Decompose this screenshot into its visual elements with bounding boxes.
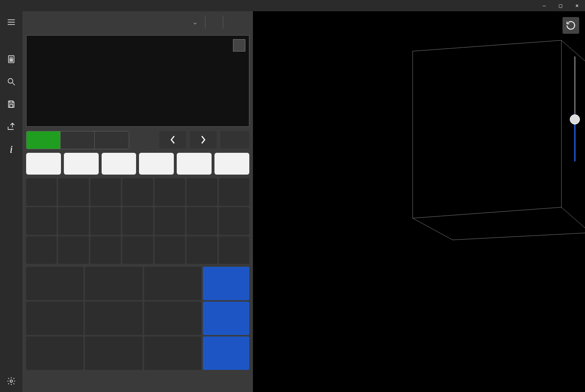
sigma-key[interactable] — [26, 207, 57, 235]
u-key[interactable] — [155, 236, 185, 264]
v-key[interactable] — [187, 236, 217, 264]
num-1[interactable] — [26, 336, 83, 370]
numeric-pad — [26, 267, 249, 370]
t-key[interactable] — [219, 236, 249, 264]
rotate-button[interactable] — [562, 17, 579, 34]
function-keys — [26, 178, 249, 264]
prev-button[interactable] — [159, 131, 186, 148]
svg-point-6 — [11, 58, 12, 59]
num-5[interactable] — [85, 302, 142, 335]
i-key[interactable] — [219, 207, 249, 235]
svg-point-11 — [10, 61, 11, 62]
svg-point-7 — [12, 58, 13, 59]
frac-key[interactable] — [58, 178, 89, 206]
var-key[interactable] — [58, 236, 89, 264]
svg-point-8 — [10, 60, 11, 60]
search-icon[interactable] — [4, 74, 19, 89]
formula-input[interactable] — [26, 35, 249, 127]
partial2-button[interactable] — [139, 153, 174, 175]
rparen-key[interactable] — [187, 178, 217, 206]
svg-point-14 — [8, 78, 13, 83]
graph-viewport[interactable] — [253, 11, 585, 392]
num-6[interactable] — [144, 302, 201, 335]
angle-key[interactable] — [26, 178, 57, 206]
sidebar: i — [0, 11, 22, 392]
calculus-strip — [26, 153, 249, 175]
pi-key[interactable] — [90, 236, 121, 264]
power-key[interactable] — [155, 207, 185, 235]
divider — [223, 16, 223, 29]
svg-rect-16 — [10, 101, 13, 103]
partial-button[interactable] — [102, 153, 136, 175]
matrix-key[interactable] — [58, 207, 89, 235]
equals-button[interactable] — [220, 131, 249, 148]
maximize-button[interactable]: ▢ — [552, 0, 569, 11]
component-selector — [26, 131, 129, 149]
braces-button[interactable] — [214, 153, 249, 175]
info-icon[interactable]: i — [4, 142, 19, 156]
save-icon[interactable] — [4, 97, 19, 111]
sqrt-key[interactable] — [90, 178, 121, 206]
calculator-icon[interactable] — [4, 52, 19, 66]
svg-point-10 — [12, 60, 13, 60]
svg-point-19 — [10, 380, 13, 383]
num-7[interactable] — [26, 267, 83, 300]
nthroot-key[interactable] — [122, 178, 153, 206]
square-key[interactable] — [122, 207, 153, 235]
num-9[interactable] — [144, 267, 201, 300]
svg-point-13 — [12, 61, 13, 62]
abs-key[interactable] — [26, 236, 57, 264]
svg-rect-17 — [10, 105, 13, 107]
svg-point-5 — [10, 58, 11, 59]
num-3[interactable] — [144, 336, 201, 370]
graph-3d — [387, 44, 585, 247]
segment-x[interactable] — [26, 131, 61, 149]
formula-more-button[interactable] — [233, 39, 245, 52]
next-button[interactable] — [190, 131, 217, 148]
divider — [205, 16, 205, 29]
num-8[interactable] — [85, 267, 142, 300]
op-times[interactable] — [203, 336, 249, 370]
exp-key[interactable] — [187, 207, 217, 235]
graph-type-dropdown[interactable]: ⌄ — [26, 18, 201, 26]
close-button[interactable]: ✕ — [569, 0, 585, 11]
minimize-button[interactable]: ─ — [536, 0, 552, 11]
svg-point-12 — [11, 61, 12, 62]
svg-line-15 — [12, 83, 15, 85]
segment-y[interactable] — [61, 131, 95, 149]
segment-z[interactable] — [95, 131, 129, 149]
lparen-key[interactable] — [155, 178, 185, 206]
product-button[interactable] — [64, 153, 99, 175]
op-plus[interactable] — [203, 267, 249, 300]
op-minus[interactable] — [203, 302, 249, 335]
input-panel: ⌄ — [22, 11, 253, 392]
chevron-down-icon: ⌄ — [192, 18, 198, 26]
hamburger-icon[interactable] — [4, 15, 19, 29]
num-4[interactable] — [26, 302, 83, 335]
settings-icon[interactable] — [4, 374, 19, 388]
log-key[interactable] — [90, 207, 121, 235]
integral-button[interactable] — [177, 153, 212, 175]
share-icon[interactable] — [4, 119, 19, 134]
recip-key[interactable] — [122, 236, 153, 264]
sum-button[interactable] — [26, 153, 61, 175]
num-2[interactable] — [85, 336, 142, 370]
svg-point-9 — [11, 60, 12, 60]
neq-key[interactable] — [219, 178, 249, 206]
window-titlebar: ─ ▢ ✕ — [0, 0, 585, 11]
